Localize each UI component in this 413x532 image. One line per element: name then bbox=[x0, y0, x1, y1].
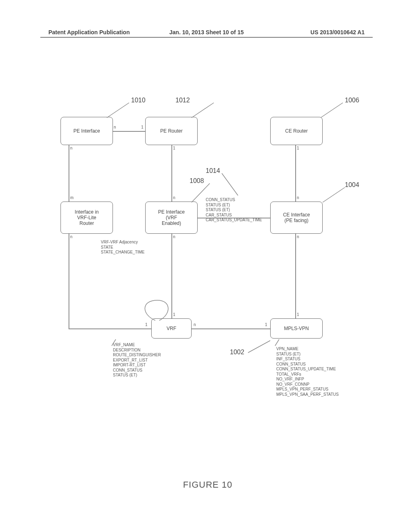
card-n-4: n bbox=[297, 195, 299, 200]
edge-cerouter-ceif bbox=[295, 145, 296, 202]
box-mpls-vpn: MPLS-VPN bbox=[270, 318, 323, 339]
edge-vrf-mpls bbox=[192, 328, 270, 329]
vrf-self-loop bbox=[137, 298, 173, 322]
card-n-2: n bbox=[70, 146, 73, 150]
box-vrf-label: VRF bbox=[167, 326, 176, 331]
card-n-6: n bbox=[173, 235, 175, 239]
box-pe-interface-label: PE Interface bbox=[73, 128, 100, 134]
header-center: Jan. 10, 2013 Sheet 10 of 15 bbox=[169, 29, 244, 35]
card-1-2: 1 bbox=[173, 146, 175, 150]
lead-1014 bbox=[218, 171, 250, 197]
ref-1002: 1002 bbox=[230, 349, 244, 356]
card-1-1: 1 bbox=[141, 125, 144, 129]
box-vrf-lite: Interface in VRF-Lite Router bbox=[60, 202, 113, 234]
card-m-1: m bbox=[70, 195, 73, 200]
mpls-attrs: VPN_NAME STATUS (ET) INF_STATUS CONN_STA… bbox=[276, 347, 339, 397]
ref-1006: 1006 bbox=[345, 97, 359, 104]
mpls-attr-lead bbox=[274, 339, 280, 347]
card-1-7: 1 bbox=[265, 322, 267, 327]
card-n-8: n bbox=[194, 322, 196, 327]
page-header: Patent Application Publication Jan. 10, … bbox=[0, 29, 413, 35]
card-1-4: 1 bbox=[145, 322, 148, 327]
ref-1004: 1004 bbox=[345, 181, 359, 189]
edge-peif-vrflite bbox=[69, 145, 69, 202]
ref-1010: 1010 bbox=[131, 97, 146, 104]
conn-link-attrs: CONN_STATUS STATUS (ET) STATUS (ET) CAR_… bbox=[206, 197, 262, 223]
ref-1008: 1008 bbox=[190, 177, 204, 185]
vrf-attrs: VRF_NAME DESCRIPTION ROUTE_DISTINGUISHER… bbox=[113, 343, 161, 378]
box-pe-if-vrf-label: PE Interface (VRF Enabled) bbox=[158, 209, 185, 226]
edge-perouter-peifvrf bbox=[171, 145, 172, 202]
edge-vrflite-vrf-v bbox=[69, 234, 69, 328]
box-pe-if-vrf: PE Interface (VRF Enabled) bbox=[145, 202, 198, 234]
edge-vrflite-vrf-h bbox=[69, 328, 151, 329]
figure-caption: FIGURE 10 bbox=[183, 480, 233, 490]
card-n-7: n bbox=[297, 235, 299, 239]
card-1-3: 1 bbox=[297, 146, 299, 150]
header-right: US 2013/0010642 A1 bbox=[311, 29, 365, 35]
edge-ceif-mpls bbox=[295, 234, 296, 318]
box-ce-router-label: CE Router bbox=[285, 128, 308, 134]
vrf-adj-attrs: VRF-VRF Adjacency STATE STATE_CHANGE_TIM… bbox=[101, 240, 145, 255]
box-vrf-lite-label: Interface in VRF-Lite Router bbox=[75, 209, 98, 226]
lead-1012 bbox=[190, 101, 222, 119]
edge-peif-perouter bbox=[113, 131, 145, 132]
box-pe-router-label: PE Router bbox=[160, 128, 182, 134]
lead-1008 bbox=[190, 181, 214, 204]
card-n-5: n bbox=[70, 235, 73, 239]
box-pe-interface: PE Interface bbox=[60, 117, 113, 145]
box-ce-if-pe-label: CE Interface (PE facing) bbox=[283, 212, 310, 223]
header-left: Patent Application Publication bbox=[48, 29, 130, 35]
box-ce-if-pe: CE Interface (PE facing) bbox=[270, 202, 323, 234]
lead-1002 bbox=[246, 339, 274, 355]
card-1-6: 1 bbox=[297, 312, 299, 317]
ref-1012: 1012 bbox=[175, 97, 190, 104]
header-rule bbox=[40, 37, 373, 37]
card-n-1: n bbox=[114, 125, 116, 129]
box-ce-router: CE Router bbox=[270, 117, 323, 145]
figure-diagram: PE Interface PE Router CE Router Interfa… bbox=[56, 101, 359, 403]
card-n-3: n bbox=[173, 195, 175, 200]
box-pe-router: PE Router bbox=[145, 117, 198, 145]
box-mpls-vpn-label: MPLS-VPN bbox=[284, 326, 309, 331]
ref-1014: 1014 bbox=[206, 167, 220, 175]
